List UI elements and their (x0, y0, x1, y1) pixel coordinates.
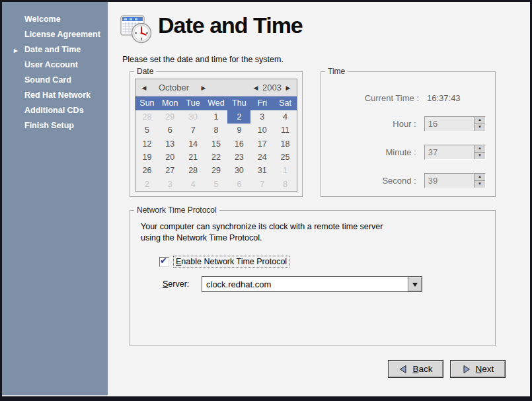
calendar-day[interactable]: 8 (205, 124, 228, 137)
second-stepper[interactable]: 39 ▲ ▼ (424, 173, 486, 188)
sidebar-item-label: License Agreement (24, 30, 100, 39)
calendar-day[interactable]: 10 (250, 124, 274, 137)
calendar-day[interactable]: 17 (250, 137, 274, 151)
weekday-label: Tue (182, 96, 205, 110)
calendar-day[interactable]: 2 (135, 178, 159, 191)
sidebar-item-date-and-time[interactable]: ▸Date and Time (2, 42, 108, 57)
second-spin-down-button[interactable]: ▼ (475, 181, 485, 188)
calendar-day[interactable]: 13 (159, 137, 182, 151)
calendar-day[interactable]: 28 (182, 164, 205, 177)
calendar-day[interactable]: 14 (182, 137, 205, 151)
back-button[interactable]: Back (388, 360, 443, 378)
calendar-day[interactable]: 3 (250, 110, 274, 124)
calendar-day[interactable]: 23 (227, 151, 250, 164)
calendar-day-selected[interactable]: 2 (227, 110, 250, 124)
page-subtitle: Please set the date and time for the sys… (122, 55, 284, 64)
calendar-day[interactable]: 6 (227, 178, 250, 191)
calendar-day[interactable]: 29 (205, 164, 228, 177)
calendar-day[interactable]: 7 (250, 178, 274, 191)
server-input[interactable]: clock.redhat.com (202, 276, 408, 292)
sidebar-item-sound-card[interactable]: Sound Card (2, 73, 108, 88)
current-time-value: 16:37:43 (427, 93, 461, 103)
calendar-day[interactable]: 26 (135, 164, 159, 177)
calendar-month-label: October (149, 83, 198, 92)
calendar-day[interactable]: 9 (227, 124, 250, 137)
minute-spin-up-button[interactable]: ▲ (475, 145, 485, 153)
calendar-year-label: 2003 (261, 83, 283, 92)
calendar-day[interactable]: 5 (205, 178, 228, 191)
minute-stepper[interactable]: 37 ▲ ▼ (424, 145, 486, 160)
sidebar-item-label: Finish Setup (24, 121, 74, 130)
sidebar-item-label: Welcome (24, 15, 61, 24)
date-group: Date ◀ October ▶ ◀ 2003 ▶ SunMonTueWedTh… (130, 71, 303, 197)
calendar-day[interactable]: 15 (205, 137, 228, 151)
calendar-day[interactable]: 18 (274, 137, 297, 151)
calendar-day[interactable]: 1 (205, 110, 228, 124)
sidebar-item-welcome[interactable]: Welcome (2, 12, 108, 27)
hour-spin-up-button[interactable]: ▲ (475, 117, 485, 124)
calendar-day[interactable]: 21 (182, 151, 205, 164)
next-button[interactable]: Next (450, 360, 506, 378)
calendar-widget: ◀ October ▶ ◀ 2003 ▶ SunMonTueWedThuFriS… (135, 79, 297, 192)
hour-stepper[interactable]: 16 ▲ ▼ (424, 116, 486, 131)
calendar-day[interactable]: 4 (182, 178, 205, 191)
server-dropdown-button[interactable] (408, 276, 422, 292)
hour-spin-down-button[interactable]: ▼ (475, 124, 485, 131)
prev-year-button[interactable]: ◀ (250, 85, 261, 91)
next-month-button[interactable]: ▶ (198, 85, 209, 91)
sidebar-item-label: Date and Time (24, 45, 81, 54)
second-value: 39 (425, 174, 474, 188)
weekday-label: Wed (205, 96, 228, 110)
hour-label: Hour : (321, 119, 416, 129)
calendar-grid: 2829301234567891011121314151617181920212… (135, 110, 297, 191)
calendar-day[interactable]: 25 (274, 151, 297, 164)
sidebar-nav: WelcomeLicense Agreement▸Date and TimeUs… (2, 2, 108, 396)
calendar-day[interactable]: 30 (227, 164, 250, 177)
calendar-day[interactable]: 19 (135, 151, 159, 164)
page-title: Date and Time (158, 13, 303, 38)
main-panel: Date and Time Please set the date and ti… (108, 2, 530, 396)
next-year-button[interactable]: ▶ (283, 85, 293, 91)
calendar-day[interactable]: 4 (274, 110, 297, 124)
calendar-day[interactable]: 28 (135, 110, 159, 124)
calendar-day[interactable]: 24 (250, 151, 274, 164)
minute-spin-down-button[interactable]: ▼ (475, 153, 485, 159)
sidebar-item-red-hat-network[interactable]: Red Hat Network (2, 88, 108, 103)
setup-wizard-window: WelcomeLicense Agreement▸Date and TimeUs… (0, 0, 532, 401)
server-label: Server: (163, 279, 202, 289)
calendar-day[interactable]: 31 (250, 164, 274, 177)
calendar-day[interactable]: 30 (182, 110, 205, 124)
sidebar-item-additional-cds[interactable]: Additional CDs (2, 103, 108, 118)
calendar-day[interactable]: 27 (159, 164, 182, 177)
enable-ntp-checkbox[interactable]: ✔ (159, 257, 169, 267)
enable-ntp-label[interactable]: Enable Network Time Protocol (173, 256, 289, 268)
calendar-nav-bar: ◀ October ▶ ◀ 2003 ▶ (135, 79, 297, 96)
ntp-group-legend: Network Time Protocol (134, 205, 219, 215)
sidebar-item-user-account[interactable]: User Account (2, 57, 108, 73)
calendar-day[interactable]: 7 (182, 124, 205, 137)
calendar-day[interactable]: 1 (274, 164, 297, 177)
sidebar-item-finish-setup[interactable]: Finish Setup (2, 118, 108, 133)
calendar-day[interactable]: 3 (159, 178, 182, 191)
second-spin-up-button[interactable]: ▲ (475, 174, 485, 181)
sidebar-item-license-agreement[interactable]: License Agreement (2, 27, 108, 42)
calendar-day[interactable]: 29 (159, 110, 182, 124)
calendar-day[interactable]: 16 (227, 137, 250, 151)
calendar-day[interactable]: 11 (274, 124, 297, 137)
calendar-day[interactable]: 6 (159, 124, 182, 137)
calendar-day[interactable]: 5 (135, 124, 159, 137)
calendar-clock-icon (118, 10, 154, 48)
weekday-label: Fri (250, 96, 274, 110)
current-time-label: Current Time : (321, 93, 419, 103)
date-group-legend: Date (134, 67, 156, 76)
calendar-day[interactable]: 22 (205, 151, 228, 164)
calendar-day[interactable]: 12 (135, 137, 159, 151)
hour-value: 16 (425, 117, 474, 131)
calendar-day[interactable]: 20 (159, 151, 182, 164)
prev-month-button[interactable]: ◀ (139, 85, 149, 91)
calendar-day[interactable]: 8 (274, 178, 297, 191)
sidebar-item-label: Additional CDs (24, 106, 84, 115)
ntp-group: Network Time Protocol Your computer can … (130, 210, 496, 346)
sidebar-item-label: Red Hat Network (24, 91, 91, 100)
time-group: Time Current Time : 16:37:43 Hour : 16 ▲… (321, 71, 496, 197)
